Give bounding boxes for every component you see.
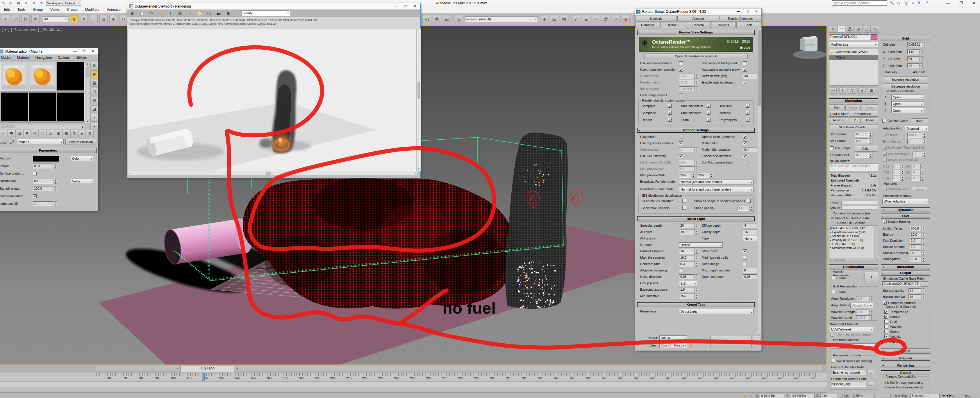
outpath-field[interactable]: $(scene_dir) bbox=[831, 382, 866, 387]
menu-modifiers[interactable]: Modifiers bbox=[81, 6, 103, 13]
expand-y-field[interactable]: 0 bbox=[892, 170, 900, 175]
preset-dropdown[interactable]: Diffuse bbox=[659, 336, 687, 341]
rs-tab-kernel[interactable]: Kernel bbox=[660, 22, 685, 28]
timebend-checkbox[interactable] bbox=[830, 333, 834, 337]
param-field-sampling-rate[interactable]: 100.0 bbox=[33, 186, 53, 191]
rollout-preview[interactable]: Preview+ bbox=[881, 356, 930, 361]
stack-tool-0[interactable]: -⊳ bbox=[830, 87, 837, 94]
channel-wavelet-checkbox[interactable] bbox=[885, 324, 888, 328]
fuel-energy-spinner[interactable] bbox=[921, 232, 925, 237]
expand-z-field[interactable]: 0 bbox=[892, 176, 900, 181]
maximize-icon[interactable]: □ bbox=[80, 48, 89, 54]
schematic-icon[interactable]: 🗇 bbox=[602, 15, 610, 23]
rollout-direct-light[interactable]: Direct Light- bbox=[637, 216, 755, 221]
rs-close-icon[interactable]: ✕ bbox=[752, 8, 761, 14]
material-editor-titlebar[interactable]: Material Editor - Map #3 — □ ✕ bbox=[0, 48, 98, 55]
rs-image-aspect-spinner[interactable] bbox=[695, 86, 698, 91]
fuel-smoke-threshold-spinner[interactable] bbox=[921, 251, 925, 256]
rs-cpu-memory-limit-gb-spinner[interactable] bbox=[695, 160, 698, 165]
select-object-icon[interactable]: ⬉ bbox=[70, 15, 78, 23]
selection-filter-dropdown[interactable]: All bbox=[43, 16, 68, 22]
rollout-grid[interactable]: Grid- bbox=[881, 36, 930, 41]
fuel-fuel-depletion-spinner[interactable] bbox=[921, 238, 925, 243]
rs-stat-samp-pix-checkbox[interactable] bbox=[668, 104, 671, 108]
expand-z-plus-field[interactable]: 0 bbox=[912, 176, 920, 181]
boundary-z-dropdown[interactable]: Open bbox=[891, 108, 924, 113]
view-dropdown[interactable]: Quad 4 - Perspe bbox=[659, 343, 687, 348]
fuel-ignition-temp-field[interactable]: 600.0 bbox=[910, 226, 921, 231]
amp-resolution-spinner[interactable] bbox=[868, 296, 872, 301]
rollout-kernel-type[interactable]: Kernel Type- bbox=[637, 302, 755, 307]
me-btool-11[interactable]: ⇅ bbox=[86, 130, 94, 137]
octane-close-icon[interactable]: ✕ bbox=[410, 3, 419, 9]
rs-noise-threshold-field[interactable]: 0.03 bbox=[679, 274, 694, 279]
stop-frame-field[interactable]: 600 bbox=[855, 139, 869, 144]
ies-shape-opacity-spinner[interactable] bbox=[749, 206, 753, 211]
confine-none-button[interactable]: None bbox=[911, 118, 928, 124]
rollout-resimulation[interactable]: Resimulation- bbox=[829, 264, 878, 269]
object-color-swatch[interactable] bbox=[871, 34, 877, 40]
material-slot[interactable] bbox=[0, 92, 28, 121]
rs-max-depth-samples-field[interactable]: 8 bbox=[743, 268, 757, 273]
expand-z-spinner[interactable] bbox=[900, 176, 904, 181]
fuel-fuel-depletion-field[interactable]: 1.0 bbox=[910, 238, 921, 243]
rs-mat-preview-w-h-spinner2[interactable] bbox=[710, 173, 713, 178]
tab-display[interactable]: 🖵 bbox=[862, 26, 871, 33]
key-icon[interactable]: 🗝 bbox=[897, 1, 900, 5]
me-menu-modes[interactable]: Modes bbox=[0, 55, 14, 61]
align-icon[interactable]: ⊞ bbox=[582, 15, 590, 23]
rs-use-production-resolution-checkbox[interactable] bbox=[679, 68, 683, 72]
me-btool-7[interactable]: ▣ bbox=[55, 130, 62, 137]
increase-resolution-button[interactable]: Increase resolution bbox=[883, 77, 928, 82]
z-coordinate-field[interactable]: 0.0m bbox=[820, 394, 838, 398]
rollout-render-view-settings[interactable]: Render View Settings- bbox=[637, 30, 755, 35]
material-editor-icon[interactable]: ◶ bbox=[612, 15, 620, 23]
savepath-browse-button[interactable]: ... bbox=[921, 281, 928, 286]
shrink-checkbox[interactable] bbox=[883, 187, 887, 191]
rs-ao-dists-spinner[interactable] bbox=[695, 230, 698, 235]
rs-expected-exposure-field[interactable]: 1.0 bbox=[679, 287, 694, 292]
me-tool-2[interactable]: ▦ bbox=[91, 79, 98, 87]
particle-enable-checkbox[interactable] bbox=[831, 276, 835, 280]
search-input[interactable]: Type a keyword or phrase bbox=[832, 0, 887, 6]
rs-tab-common[interactable]: Common bbox=[635, 22, 660, 28]
timebend-method-dropdown[interactable]: General-Purpose bbox=[830, 343, 877, 348]
bind-spacewarp-icon[interactable]: ≋ bbox=[32, 15, 40, 23]
rs-depth-tolerance-field[interactable]: 0.05 bbox=[743, 274, 757, 279]
axis-z-spinner[interactable] bbox=[919, 64, 923, 69]
me-tool-4[interactable]: ▥ bbox=[91, 97, 98, 104]
wavelet-strength-spinner[interactable] bbox=[868, 310, 872, 315]
me-btool-9[interactable]: ⚗ bbox=[70, 130, 78, 137]
expand-y-plus-spinner[interactable] bbox=[920, 170, 924, 175]
rs-mat-preview-w-h-field[interactable]: 256 bbox=[679, 173, 691, 178]
render-setup-icon[interactable]: 🫖 bbox=[622, 15, 630, 23]
axis-z-field[interactable]: 42 bbox=[907, 64, 919, 69]
basecache-field[interactable]: $(same_as_output) bbox=[831, 370, 866, 375]
coord-mode-icon[interactable]: ⊹ bbox=[749, 394, 752, 397]
backup-interval-spinner[interactable] bbox=[921, 294, 925, 299]
expand-y-spinner[interactable] bbox=[900, 170, 904, 175]
rs-group-pixels-dropdown[interactable]: 2x2 bbox=[679, 281, 697, 286]
channel-fuel-checkbox[interactable] bbox=[885, 339, 888, 343]
unlink-icon[interactable]: ⛓ bbox=[22, 15, 30, 23]
close-icon[interactable]: ✕ bbox=[89, 48, 97, 54]
compress-particles-checkbox[interactable] bbox=[883, 301, 887, 305]
search-icon[interactable]: 🔍 bbox=[889, 1, 894, 5]
rs-glossy-depth-field[interactable]: 16 bbox=[743, 230, 757, 235]
parameters-rollout[interactable]: -Parameters bbox=[0, 148, 97, 153]
me-btool-5[interactable]: ⤬ bbox=[39, 130, 46, 137]
rs-adaptive-sampling-checkbox[interactable] bbox=[679, 269, 683, 272]
rs-min-adaptive-field[interactable]: 256 bbox=[679, 294, 694, 299]
threads-limit-field[interactable]: 0 bbox=[855, 153, 869, 158]
layer-dropdown[interactable]: — — ▪ 0 (default) bbox=[465, 16, 538, 22]
fuel-propagation-spinner[interactable] bbox=[921, 257, 925, 262]
move-icon[interactable]: ✥ bbox=[109, 15, 118, 23]
scene-icon[interactable]: ⧉ bbox=[39, 1, 44, 6]
rs-mat-preview-w-h-field2[interactable]: 256 bbox=[697, 173, 710, 178]
menu-views[interactable]: Views bbox=[46, 6, 64, 13]
menu-edit[interactable]: Edit bbox=[0, 6, 14, 13]
ies-show-as-shape-in-shaded-viewports-checkbox[interactable] bbox=[747, 199, 751, 203]
rs-coherent-ratio-spinner[interactable] bbox=[695, 262, 698, 267]
slots-vscrollbar[interactable]: ▲▼ bbox=[85, 62, 89, 123]
ies-show-max-candela-checkbox[interactable] bbox=[682, 206, 686, 210]
